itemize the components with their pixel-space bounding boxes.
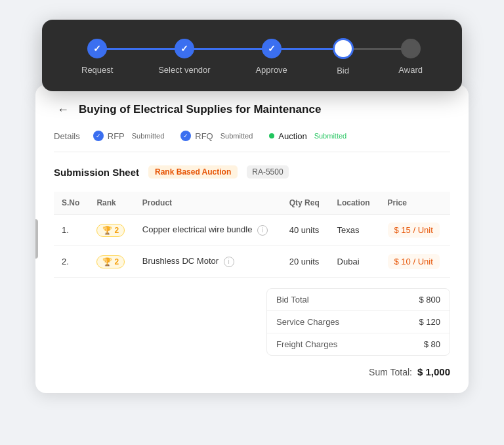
badge-rank-based-auction: Rank Based Auction <box>148 165 238 179</box>
rank-badge-2: 🏆 2 <box>96 255 125 268</box>
tab-badge-rfq: Submitted <box>217 131 257 140</box>
submission-header: Submission Sheet Rank Based Auction RA-5… <box>54 165 450 179</box>
step-circle-award <box>401 39 421 58</box>
page-header: ← Buying of Electrical Supplies for Main… <box>54 100 450 119</box>
totals-row-freight: Freight Charges $ 80 <box>267 333 450 355</box>
cell-qty-2: 20 units <box>282 246 329 278</box>
tab-label-auction: Auction <box>278 131 306 141</box>
col-qty: Qty Req <box>282 192 329 215</box>
tab-auction[interactable]: Auction Submitted <box>269 131 350 144</box>
submission-title: Submission Sheet <box>54 167 139 178</box>
table-row: 1. 🏆 2 Copper electrical wire bundle i 4… <box>54 215 450 246</box>
totals-row-service: Service Charges $ 120 <box>267 311 450 333</box>
progress-line-fill <box>91 48 333 50</box>
tabs-row: Details ✓ RFP Submitted ✓ RFQ Submitted … <box>54 131 450 152</box>
bid-total-value: $ 800 <box>419 295 440 305</box>
col-product: Product <box>135 192 282 215</box>
step-circle-request: ✓ <box>87 39 107 58</box>
sum-total-row: Sum Total: $ 1,000 <box>54 366 450 377</box>
col-price: Price <box>380 192 450 215</box>
page-wrapper: ✓ Request ✓ Select vendor ✓ Approve <box>0 0 504 445</box>
submission-table: S.No Rank Product Qty Req Location Price… <box>54 192 450 278</box>
back-button[interactable]: ← <box>54 100 72 119</box>
info-icon-2[interactable]: i <box>224 257 234 267</box>
col-rank: Rank <box>89 192 134 215</box>
step-bid[interactable]: Bid <box>333 38 354 75</box>
cell-sno-2: 2. <box>54 246 89 278</box>
tab-rfq[interactable]: ✓ RFQ Submitted <box>180 131 256 144</box>
tab-label-details: Details <box>54 131 80 141</box>
page-title: Buying of Electrical Supplies for Mainte… <box>79 103 321 116</box>
cell-price-1: $ 15 / Unit <box>380 215 450 246</box>
step-award[interactable]: Award <box>398 39 423 75</box>
price-value-1: $ 15 / Unit <box>388 222 440 238</box>
left-accent <box>35 219 38 259</box>
rank-badge-1: 🏆 2 <box>96 224 125 237</box>
sum-total-label: Sum Total: <box>369 367 412 377</box>
trophy-icon-1: 🏆 <box>102 226 112 235</box>
totals-row-bid: Bid Total $ 800 <box>267 289 450 311</box>
step-label-award: Award <box>398 65 423 75</box>
service-charges-label: Service Charges <box>276 317 339 327</box>
rfq-check-icon: ✓ <box>180 131 191 141</box>
progress-line-bg <box>91 48 413 50</box>
cell-qty-1: 40 units <box>282 215 329 246</box>
table-row: 2. 🏆 2 Brushless DC Motor i 20 units Dub… <box>54 246 450 278</box>
checkmark-request: ✓ <box>93 43 101 54</box>
cell-location-2: Dubai <box>329 246 380 278</box>
step-circle-bid <box>333 38 354 59</box>
service-charges-value: $ 120 <box>419 317 440 327</box>
tab-details[interactable]: Details <box>54 131 80 144</box>
info-icon-1[interactable]: i <box>257 225 268 236</box>
checkmark-select-vendor: ✓ <box>180 43 188 54</box>
cell-location-1: Texas <box>329 215 380 246</box>
step-label-request: Request <box>81 65 113 75</box>
totals-container: Bid Total $ 800 Service Charges $ 120 Fr… <box>54 288 450 356</box>
progress-steps: ✓ Request ✓ Select vendor ✓ Approve <box>81 38 423 75</box>
step-approve[interactable]: ✓ Approve <box>255 39 287 75</box>
table-header-row: S.No Rank Product Qty Req Location Price <box>54 192 450 215</box>
step-circle-approve: ✓ <box>262 39 282 58</box>
price-value-2: $ 10 / Unit <box>388 254 440 269</box>
cell-price-2: $ 10 / Unit <box>380 246 450 278</box>
totals-box: Bid Total $ 800 Service Charges $ 120 Fr… <box>266 288 450 356</box>
col-location: Location <box>329 192 380 215</box>
freight-charges-value: $ 80 <box>424 339 440 349</box>
sum-total-value: $ 1,000 <box>417 366 450 377</box>
col-sno: S.No <box>54 192 89 215</box>
cell-sno-1: 1. <box>54 215 89 246</box>
cell-product-1: Copper electrical wire bundle i <box>135 215 282 246</box>
rfp-check-icon: ✓ <box>93 131 104 141</box>
cell-rank-2: 🏆 2 <box>89 246 134 278</box>
tab-label-rfq: RFQ <box>195 131 213 141</box>
step-label-approve: Approve <box>255 65 287 75</box>
freight-charges-label: Freight Charges <box>276 339 337 349</box>
cell-product-2: Brushless DC Motor i <box>135 246 282 278</box>
tab-label-rfp: RFP <box>108 131 125 141</box>
badge-code: RA-5500 <box>247 165 288 179</box>
step-circle-select-vendor: ✓ <box>175 39 194 58</box>
tab-badge-auction: Submitted <box>311 131 350 140</box>
step-request[interactable]: ✓ Request <box>81 39 113 75</box>
step-label-bid: Bid <box>337 66 349 75</box>
bid-total-label: Bid Total <box>276 295 309 305</box>
progress-card: ✓ Request ✓ Select vendor ✓ Approve <box>42 20 462 91</box>
main-card: ← Buying of Electrical Supplies for Main… <box>35 85 469 393</box>
tab-rfp[interactable]: ✓ RFP Submitted <box>93 131 168 144</box>
checkmark-approve: ✓ <box>268 43 276 54</box>
step-label-select-vendor: Select vendor <box>158 65 211 75</box>
tab-badge-rfp: Submitted <box>129 131 168 140</box>
step-select-vendor[interactable]: ✓ Select vendor <box>158 39 211 75</box>
trophy-icon-2: 🏆 <box>102 257 112 266</box>
auction-dot-icon <box>269 133 274 138</box>
cell-rank-1: 🏆 2 <box>89 215 134 246</box>
